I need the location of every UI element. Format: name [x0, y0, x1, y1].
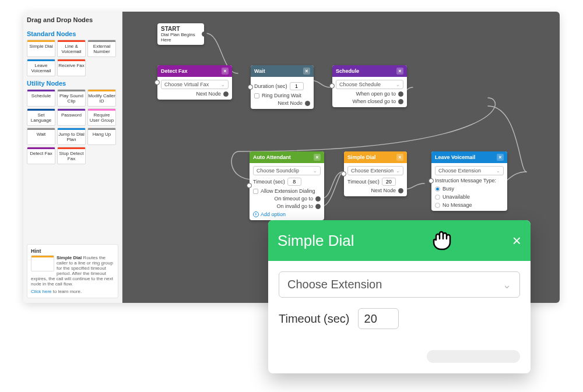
- palette-node[interactable]: Jump to Dial Plan: [57, 128, 86, 145]
- node-auto-attendant[interactable]: Auto Attendant × Choose Soundclip⌄ Timeo…: [250, 151, 324, 220]
- timeout-input[interactable]: [287, 178, 301, 186]
- node-title: Auto Attendant: [253, 154, 291, 160]
- node-header[interactable]: Simple Dial ×: [344, 151, 407, 163]
- overlay-header[interactable]: Simple Dial ×: [268, 220, 531, 261]
- allow-ext-checkbox[interactable]: [253, 189, 258, 194]
- close-icon[interactable]: ×: [396, 154, 403, 161]
- port-out-open[interactable]: [398, 91, 403, 97]
- port-out-closed[interactable]: [398, 99, 403, 104]
- overlay-timeout-input[interactable]: [358, 308, 399, 329]
- section-label: Utility Nodes: [27, 80, 118, 87]
- close-icon[interactable]: ×: [303, 68, 310, 75]
- node-header[interactable]: Detect Fax ×: [157, 65, 232, 77]
- radio-no-message[interactable]: [435, 203, 440, 208]
- port-out[interactable]: [223, 91, 229, 97]
- palette-node[interactable]: Detect Fax: [27, 147, 55, 164]
- port-in[interactable]: [247, 183, 252, 188]
- port-out[interactable]: [398, 188, 403, 193]
- timeout-input[interactable]: [382, 178, 396, 186]
- hint-link-post: to learn more.: [52, 289, 82, 294]
- hint-title: Simple Dial: [57, 255, 82, 260]
- palette-node[interactable]: Stop Detect Fax: [57, 147, 86, 164]
- chevron-down-icon: ⌄: [313, 168, 317, 174]
- port-in[interactable]: [341, 171, 346, 176]
- open-label: When open go to: [356, 91, 396, 97]
- node-simple-dial[interactable]: Simple Dial × Choose Extension⌄ Timeout …: [344, 151, 407, 196]
- close-icon[interactable]: ×: [222, 68, 229, 75]
- chevron-down-icon: ⌄: [396, 168, 400, 174]
- on-timeout-label: On timeout go to: [274, 196, 313, 202]
- radio-unavailable[interactable]: [435, 195, 440, 200]
- node-title: Leave Voicemail: [435, 154, 475, 160]
- node-header[interactable]: Schedule ×: [332, 65, 407, 77]
- plus-icon: +: [253, 211, 259, 217]
- palette-node[interactable]: Receive Fax: [57, 59, 86, 76]
- overlay-simple-dial[interactable]: Simple Dial × Choose Extension ⌄ Timeout…: [268, 220, 531, 373]
- hint-box: Hint Simple Dial Routes the caller to a …: [27, 244, 118, 298]
- allow-label: Allow Extension Dialing: [261, 188, 315, 194]
- chevron-down-icon: ⌄: [496, 168, 500, 174]
- port-out-invalid[interactable]: [315, 204, 321, 209]
- palette-node[interactable]: Require User Group: [87, 108, 116, 126]
- opt-busy: Busy: [442, 186, 454, 192]
- node-header[interactable]: Wait ×: [251, 65, 314, 77]
- close-icon[interactable]: ×: [314, 154, 321, 161]
- palette-node[interactable]: Hang Up: [87, 128, 116, 145]
- node-title: Simple Dial: [347, 154, 376, 160]
- palette-node[interactable]: Password: [57, 108, 86, 126]
- start-node[interactable]: START Dial Plan Begins Here: [157, 23, 204, 45]
- chevron-down-icon: ⌄: [221, 82, 225, 87]
- start-title: START: [161, 26, 201, 32]
- close-icon[interactable]: ×: [512, 232, 521, 250]
- chevron-down-icon: ⌄: [503, 278, 511, 291]
- port-in[interactable]: [329, 83, 335, 89]
- select-soundclip[interactable]: Choose Soundclip⌄: [253, 166, 321, 175]
- port-out[interactable]: [202, 31, 207, 37]
- select-schedule[interactable]: Choose Schedule⌄: [336, 80, 403, 89]
- node-detect-fax[interactable]: Detect Fax × Choose Virtual Fax⌄ Next No…: [157, 65, 232, 100]
- radio-busy[interactable]: [435, 186, 440, 192]
- node-schedule[interactable]: Schedule × Choose Schedule⌄ When open go…: [332, 65, 407, 107]
- palette-node[interactable]: Play Sound Clip: [57, 89, 86, 107]
- overlay-timeout-label: Timeout (sec): [279, 312, 350, 326]
- close-icon[interactable]: ×: [396, 68, 403, 75]
- palette-node[interactable]: External Number: [87, 40, 116, 57]
- node-leave-voicemail[interactable]: Leave Voicemail × Choose Extension⌄ Inst…: [431, 151, 507, 211]
- port-in[interactable]: [154, 80, 160, 85]
- palette-node[interactable]: Simple Dial: [27, 40, 55, 57]
- sidebar: Drag and Drop Nodes Standard NodesSimple…: [23, 12, 122, 303]
- select-extension[interactable]: Choose Extension⌄: [435, 166, 504, 175]
- timeout-label: Timeout (sec): [253, 179, 285, 185]
- ring-checkbox[interactable]: [254, 93, 259, 98]
- node-wait[interactable]: Wait × Duration (sec) Ring During Wait N…: [251, 65, 314, 109]
- hint-thumb: [31, 255, 54, 271]
- port-in[interactable]: [429, 178, 434, 183]
- port-out-timeout[interactable]: [315, 196, 321, 202]
- node-title: Wait: [254, 68, 265, 74]
- palette-node[interactable]: Modify Caller ID: [87, 89, 116, 107]
- select-extension[interactable]: Choose Extension⌄: [347, 166, 403, 175]
- node-header[interactable]: Leave Voicemail ×: [431, 151, 507, 163]
- duration-input[interactable]: [290, 82, 304, 90]
- port-in[interactable]: [248, 84, 253, 90]
- overlay-select-extension[interactable]: Choose Extension ⌄: [279, 271, 520, 298]
- port-out[interactable]: [305, 101, 310, 106]
- closed-label: When closed go to: [352, 98, 396, 104]
- palette-node[interactable]: Line & Voicemail: [57, 40, 86, 57]
- sidebar-title: Drag and Drop Nodes: [27, 16, 118, 23]
- hint-link[interactable]: Click here: [31, 289, 52, 294]
- palette-node[interactable]: Set Language: [27, 108, 55, 126]
- palette-node[interactable]: Schedule: [27, 89, 55, 107]
- palette-node[interactable]: Wait: [27, 128, 55, 145]
- close-icon[interactable]: ×: [497, 154, 504, 161]
- node-header[interactable]: Auto Attendant ×: [250, 151, 324, 163]
- overlay-next-pill: [427, 350, 520, 363]
- add-option-button[interactable]: +Add option: [253, 211, 321, 217]
- instruction-label: Instruction Message Type:: [435, 178, 496, 183]
- overlay-title: Simple Dial: [278, 232, 354, 250]
- select-virtual-fax[interactable]: Choose Virtual Fax⌄: [161, 80, 229, 89]
- out-label: Next Node: [371, 188, 396, 193]
- node-grid: Simple DialLine & VoicemailExternal Numb…: [27, 40, 118, 76]
- palette-node[interactable]: Leave Voicemail: [27, 59, 55, 76]
- start-sub: Dial Plan Begins Here: [161, 32, 195, 43]
